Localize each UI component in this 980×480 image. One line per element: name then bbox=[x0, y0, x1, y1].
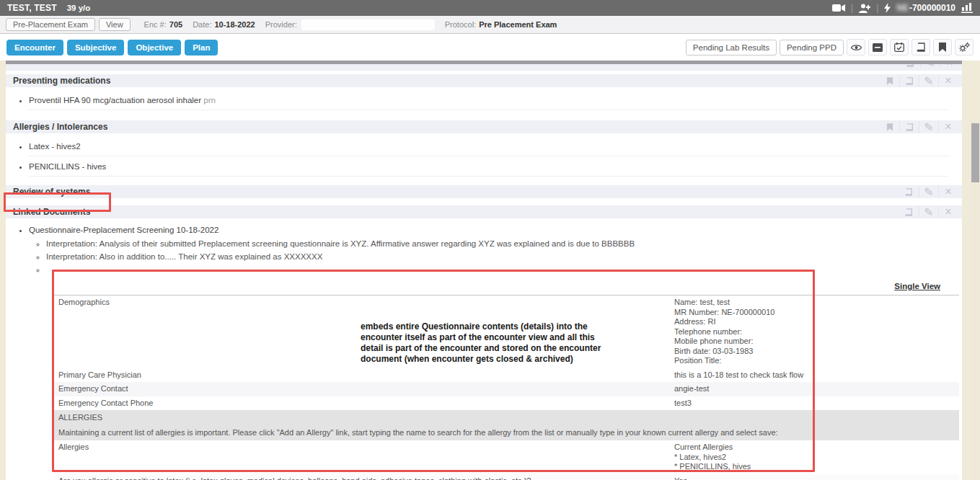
encounter-content-area: ✎ × Presenting medications ✎ × Proventil… bbox=[0, 61, 980, 480]
row-value: this is a 10-18 test to check task flow bbox=[674, 370, 959, 381]
view-button[interactable]: View bbox=[99, 18, 131, 31]
presenting-medications-list: Proventil HFA 90 mcg/actuation aerosol i… bbox=[29, 90, 962, 110]
table-band-allergies: ALLERGIES bbox=[54, 410, 959, 425]
encounter-info-bar: Pre-Placement Exam View Enc #: 705 Date:… bbox=[0, 16, 980, 34]
interpretation-item: Interpretation: Also in addition to.....… bbox=[46, 250, 962, 263]
book-icon[interactable] bbox=[899, 206, 919, 218]
interpretation-item: Interpretation: Analysis of their submit… bbox=[46, 237, 962, 250]
date-label: Date: bbox=[193, 20, 211, 29]
single-view-link[interactable]: Single View bbox=[894, 282, 940, 290]
close-icon[interactable]: × bbox=[940, 64, 959, 68]
row-value: angie-test bbox=[674, 384, 959, 394]
bookmark-icon[interactable] bbox=[880, 75, 899, 86]
section-title: Allergies / Intolerances bbox=[13, 122, 107, 132]
row-label: Emergency Contact bbox=[58, 384, 674, 394]
row-label: Emergency Contact Phone bbox=[58, 399, 674, 409]
single-view-container: Single View bbox=[6, 282, 962, 290]
section-review-of-systems: Review of systems ✎ × bbox=[6, 185, 962, 198]
close-icon[interactable]: × bbox=[938, 206, 958, 218]
allergies-list: Latex - hives2 PENICILLINS - hives bbox=[29, 136, 962, 177]
bookmark-icon[interactable] bbox=[880, 121, 899, 133]
vertical-scrollbar[interactable] bbox=[971, 121, 980, 480]
provider-label: Provider: bbox=[265, 20, 297, 29]
row-label: Allergies bbox=[58, 443, 674, 472]
edit-icon[interactable]: ✎ bbox=[920, 64, 940, 68]
calendar-check-icon[interactable] bbox=[890, 39, 909, 55]
close-icon[interactable]: × bbox=[938, 75, 958, 86]
scrollbar-thumb[interactable] bbox=[971, 123, 979, 182]
linked-document-item: Questionnaire-Preplacement Screening 10-… bbox=[29, 224, 962, 277]
patient-name: TEST, TEST bbox=[7, 3, 57, 13]
patient-age: 39 y/o bbox=[67, 4, 91, 12]
row-label: Primary Care Physician bbox=[58, 370, 674, 381]
book-icon[interactable] bbox=[899, 121, 919, 133]
add-person-icon[interactable] bbox=[859, 4, 870, 13]
settings-gears-icon[interactable] bbox=[955, 39, 974, 55]
book-icon[interactable] bbox=[901, 64, 920, 68]
linked-document-title[interactable]: Questionnaire-Preplacement Screening 10-… bbox=[29, 226, 218, 234]
table-row-emergency-contact-phone: Emergency Contact Phone test3 bbox=[54, 396, 959, 411]
row-value: Yes bbox=[674, 476, 959, 480]
lightning-icon[interactable] bbox=[884, 3, 891, 13]
book-icon[interactable] bbox=[911, 39, 930, 55]
table-row-allergies: Allergies Current Allergies * Latex, hiv… bbox=[54, 440, 959, 474]
enc-number-label: Enc #: bbox=[144, 20, 167, 29]
video-camera-icon[interactable] bbox=[832, 4, 845, 12]
edit-icon[interactable]: ✎ bbox=[919, 75, 938, 86]
table-row-latex-question: Are you allergic or sensitive to latex (… bbox=[54, 474, 959, 480]
section-title: Presenting medications bbox=[13, 76, 110, 86]
edit-icon[interactable]: ✎ bbox=[919, 186, 938, 197]
close-icon[interactable]: × bbox=[938, 186, 958, 197]
toolbar-right-actions: Pending Lab Results Pending PPD bbox=[686, 39, 974, 55]
eye-icon[interactable] bbox=[847, 39, 865, 55]
table-row-emergency-contact: Emergency Contact angie-test bbox=[54, 382, 959, 396]
book-icon[interactable] bbox=[899, 186, 919, 197]
section-presenting-medications: Presenting medications ✎ × bbox=[6, 74, 962, 87]
titlebar-divider: | bbox=[851, 3, 853, 13]
row-value: test3 bbox=[674, 399, 959, 409]
reviewer-annotation-note: embeds entire Questionnaire contents (de… bbox=[361, 321, 681, 365]
titlebar-actions: | | NE-700000010 bbox=[832, 3, 973, 13]
encounter-view-page: TEST, TEST 39 y/o | | NE-700000010 Pre-P… bbox=[0, 0, 980, 480]
record-id: NE-700000010 bbox=[896, 3, 955, 13]
edit-icon[interactable]: ✎ bbox=[919, 121, 938, 133]
chart-icon[interactable] bbox=[961, 3, 973, 13]
titlebar-divider: | bbox=[876, 3, 878, 13]
record-id-number: -700000010 bbox=[909, 3, 955, 13]
encounter-panel: ✎ × Presenting medications ✎ × Proventil… bbox=[6, 61, 962, 480]
encounter-toolbar: Encounter Subjective Objective Plan Pend… bbox=[0, 34, 980, 61]
section-title: Review of systems bbox=[13, 187, 90, 197]
provider-value-redacted bbox=[301, 19, 435, 30]
protocol-label: Protocol: bbox=[445, 20, 476, 29]
tab-subjective[interactable]: Subjective bbox=[67, 40, 125, 55]
section-header-clipped: ✎ × bbox=[6, 64, 962, 71]
exam-type-button[interactable]: Pre-Placement Exam bbox=[6, 18, 95, 31]
row-value: Name: test, test MR Number: NE-700000010… bbox=[674, 298, 959, 366]
edit-icon[interactable]: ✎ bbox=[919, 206, 938, 218]
tab-plan[interactable]: Plan bbox=[185, 40, 218, 55]
tab-encounter[interactable]: Encounter bbox=[6, 40, 63, 55]
pending-lab-results-button[interactable]: Pending Lab Results bbox=[686, 40, 777, 55]
allergy-item: PENICILLINS - hives bbox=[29, 156, 949, 177]
row-value: Current Allergies * Latex, hives2 * PENI… bbox=[674, 443, 959, 472]
interpretation-item-empty bbox=[46, 263, 962, 276]
close-icon[interactable]: × bbox=[938, 121, 958, 133]
allergy-item: Latex - hives2 bbox=[29, 136, 949, 156]
archive-box-icon[interactable] bbox=[868, 39, 887, 55]
tab-objective[interactable]: Objective bbox=[128, 40, 181, 55]
interpretation-list: Interpretation: Analysis of their submit… bbox=[46, 237, 962, 276]
book-icon[interactable] bbox=[899, 75, 919, 86]
linked-documents-list: Questionnaire-Preplacement Screening 10-… bbox=[29, 224, 962, 277]
questionnaire-table: Demographics Name: test, test MR Number:… bbox=[54, 295, 959, 480]
pending-ppd-button[interactable]: Pending PPD bbox=[780, 40, 844, 55]
section-linked-documents: Linked Documents ✎ × bbox=[6, 205, 962, 218]
patient-title-bar: TEST, TEST 39 y/o | | NE-700000010 bbox=[0, 0, 980, 16]
medication-item: Proventil HFA 90 mcg/actuation aerosol i… bbox=[29, 90, 949, 110]
medication-frequency: prn bbox=[203, 96, 216, 105]
section-allergies-intolerances: Allergies / Intolerances ✎ × bbox=[6, 120, 962, 133]
table-band-allergies-instructions: Maintaining a current list of allergies … bbox=[54, 425, 959, 440]
date-value: 10-18-2022 bbox=[214, 20, 255, 29]
bookmark-icon[interactable] bbox=[933, 39, 952, 55]
record-id-prefix: NE bbox=[896, 3, 909, 13]
protocol-value: Pre Placement Exam bbox=[479, 20, 557, 29]
